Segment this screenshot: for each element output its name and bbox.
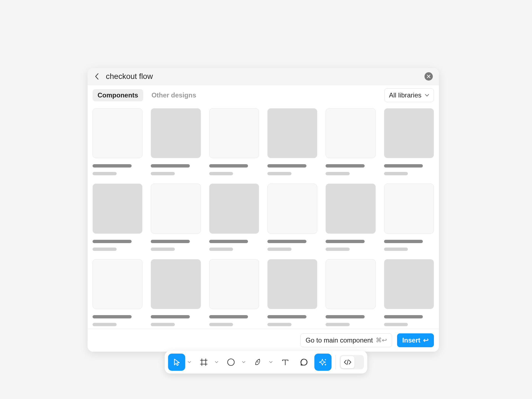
- svg-point-1: [257, 361, 259, 362]
- result-thumbnail: [151, 184, 201, 233]
- asset-search-panel: Components Other designs All libraries G…: [88, 68, 439, 352]
- comment-icon: [300, 357, 309, 367]
- result-card[interactable]: [93, 108, 142, 175]
- text-tool[interactable]: [277, 354, 294, 371]
- result-card[interactable]: [151, 184, 201, 251]
- svg-point-0: [228, 359, 234, 365]
- result-thumbnail: [326, 184, 375, 233]
- frame-tool-caret[interactable]: [214, 361, 219, 363]
- result-card[interactable]: [326, 108, 375, 175]
- result-card[interactable]: [384, 259, 434, 326]
- result-card[interactable]: [326, 184, 375, 251]
- move-tool-caret[interactable]: [187, 361, 192, 363]
- chevron-down-icon: [425, 94, 429, 97]
- chevron-down-icon: [215, 361, 218, 363]
- results-grid: [88, 105, 439, 329]
- result-thumbnail: [151, 259, 201, 309]
- result-card[interactable]: [93, 259, 142, 326]
- result-title-placeholder: [267, 240, 306, 243]
- comment-tool[interactable]: [296, 354, 313, 371]
- go-to-main-component-button[interactable]: Go to main component ⌘↩: [300, 333, 392, 347]
- result-subtitle-placeholder: [326, 172, 350, 175]
- result-title-placeholder: [384, 315, 423, 318]
- frame-tool[interactable]: [195, 354, 213, 371]
- result-title-placeholder: [384, 240, 423, 243]
- result-subtitle-placeholder: [326, 323, 350, 326]
- libraries-dropdown[interactable]: All libraries: [384, 88, 434, 102]
- result-card[interactable]: [326, 259, 375, 326]
- result-title-placeholder: [384, 164, 423, 168]
- bottom-toolbar: [165, 351, 367, 374]
- pen-tool-caret[interactable]: [268, 361, 273, 363]
- pen-tool[interactable]: [250, 354, 267, 371]
- go-to-main-shortcut: ⌘↩: [376, 337, 387, 344]
- result-card[interactable]: [209, 108, 259, 175]
- actions-tool[interactable]: [314, 354, 332, 371]
- result-card[interactable]: [151, 108, 201, 175]
- search-input[interactable]: [106, 72, 419, 81]
- insert-button[interactable]: Insert ↩: [397, 333, 434, 347]
- tab-components[interactable]: Components: [93, 89, 143, 101]
- result-card[interactable]: [93, 184, 142, 251]
- result-thumbnail: [384, 108, 434, 158]
- move-tool[interactable]: [168, 354, 185, 371]
- result-thumbnail: [326, 259, 375, 309]
- chevron-down-icon: [188, 361, 191, 363]
- result-thumbnail: [267, 108, 317, 158]
- result-subtitle-placeholder: [151, 323, 175, 326]
- result-subtitle-placeholder: [384, 248, 408, 251]
- result-subtitle-placeholder: [384, 172, 408, 175]
- result-thumbnail: [267, 259, 317, 309]
- result-subtitle-placeholder: [93, 248, 117, 251]
- result-title-placeholder: [326, 240, 365, 243]
- result-card[interactable]: [267, 184, 317, 251]
- result-subtitle-placeholder: [209, 323, 233, 326]
- result-thumbnail: [209, 259, 259, 309]
- result-subtitle-placeholder: [384, 323, 408, 326]
- cursor-icon: [172, 358, 181, 367]
- dev-mode-toggle[interactable]: [340, 355, 364, 369]
- dev-mode-knob: [341, 356, 355, 368]
- result-title-placeholder: [151, 315, 190, 318]
- result-card[interactable]: [209, 184, 259, 251]
- result-subtitle-placeholder: [209, 248, 233, 251]
- tab-other-designs[interactable]: Other designs: [147, 89, 201, 101]
- result-card[interactable]: [267, 108, 317, 175]
- result-title-placeholder: [93, 240, 132, 243]
- result-card[interactable]: [384, 184, 434, 251]
- result-thumbnail: [326, 108, 375, 158]
- result-thumbnail: [151, 108, 201, 158]
- libraries-dropdown-label: All libraries: [389, 91, 421, 99]
- result-title-placeholder: [151, 164, 190, 168]
- frame-icon: [199, 357, 209, 367]
- result-card[interactable]: [151, 259, 201, 326]
- shape-tool-caret[interactable]: [241, 361, 246, 363]
- result-thumbnail: [93, 108, 142, 158]
- chevron-down-icon: [269, 361, 273, 363]
- result-subtitle-placeholder: [93, 323, 117, 326]
- result-card[interactable]: [267, 259, 317, 326]
- insert-label: Insert: [402, 336, 420, 344]
- result-thumbnail: [267, 184, 317, 233]
- code-icon: [344, 359, 352, 365]
- result-card[interactable]: [384, 108, 434, 175]
- result-subtitle-placeholder: [267, 248, 291, 251]
- result-title-placeholder: [267, 315, 306, 318]
- text-icon: [281, 357, 290, 367]
- result-title-placeholder: [267, 164, 306, 168]
- result-title-placeholder: [326, 164, 365, 168]
- result-title-placeholder: [93, 164, 132, 168]
- back-icon[interactable]: [94, 73, 100, 80]
- result-thumbnail: [209, 108, 259, 158]
- result-card[interactable]: [209, 259, 259, 326]
- shape-tool[interactable]: [222, 354, 240, 371]
- filter-bar: Components Other designs All libraries: [88, 85, 439, 105]
- svg-point-2: [325, 359, 326, 360]
- clear-search-icon[interactable]: [424, 72, 433, 81]
- sparkle-icon: [318, 357, 328, 367]
- result-title-placeholder: [151, 240, 190, 243]
- result-thumbnail: [93, 184, 142, 233]
- insert-shortcut: ↩: [423, 336, 429, 344]
- result-thumbnail: [384, 259, 434, 309]
- go-to-main-label: Go to main component: [306, 336, 373, 344]
